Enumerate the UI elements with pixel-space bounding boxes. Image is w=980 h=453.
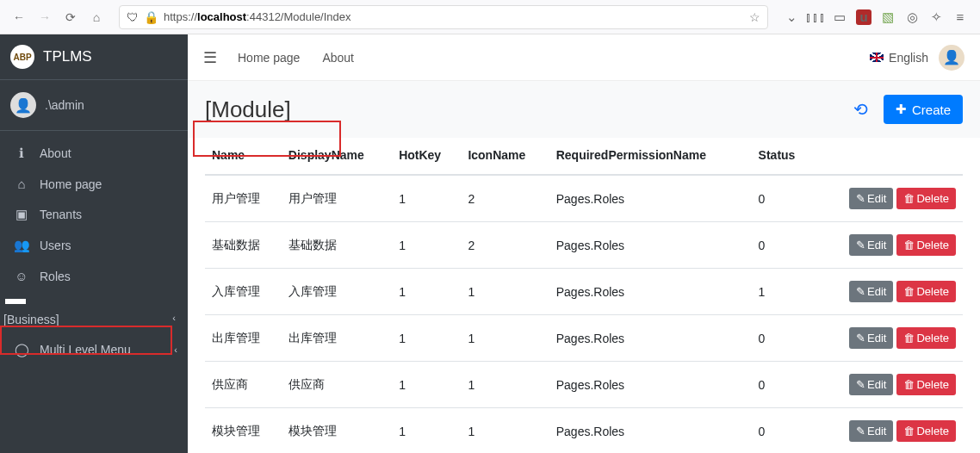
sidebar-item-roles[interactable]: ☺ Roles	[0, 261, 188, 291]
cell-iconname: 1	[461, 315, 549, 362]
plus-icon: ✚	[896, 102, 907, 117]
cell-actions: ✎Edit🗑Delete	[814, 269, 963, 315]
sidebar-item-tenants[interactable]: ▣ Tenants	[0, 199, 188, 230]
back-button[interactable]: ←	[7, 5, 31, 29]
trash-icon: 🗑	[903, 285, 915, 298]
sidebar-item-label: [Business]	[3, 313, 59, 326]
account-icon[interactable]: ◎	[904, 9, 920, 25]
pencil-icon: ✎	[856, 378, 865, 391]
pencil-icon: ✎	[856, 285, 865, 298]
cell-status: 0	[752, 175, 815, 222]
cell-actions: ✎Edit🗑Delete	[814, 175, 963, 222]
library-icon[interactable]: ⫿⫿⫿	[808, 9, 823, 25]
col-name[interactable]: Name	[205, 138, 282, 175]
edit-label: Edit	[867, 425, 886, 437]
ublock-icon[interactable]: u	[856, 9, 871, 25]
cell-hotkey: 1	[392, 362, 461, 408]
browser-extensions: ⌄ ⫿⫿⫿ ▭ u ▧ ◎ ✧ ≡	[778, 9, 973, 25]
bookmark-star-icon[interactable]: ☆	[749, 10, 760, 24]
col-iconname[interactable]: IconName	[461, 138, 549, 175]
sidebar-item-about[interactable]: ℹ About	[0, 138, 188, 169]
reader-icon[interactable]: ▭	[832, 9, 847, 25]
chevron-left-icon: ‹	[174, 344, 177, 355]
edit-button[interactable]: ✎Edit	[849, 327, 893, 349]
lock-icon: 🔒	[144, 10, 158, 24]
sidebar-item-users[interactable]: 👥 Users	[0, 230, 188, 261]
refresh-icon[interactable]: ⟲	[853, 99, 868, 120]
sidebar: ABP TPLMS 👤 .\admin ℹ About ⌂ Home page …	[0, 34, 188, 453]
menu-icon[interactable]: ≡	[952, 9, 968, 25]
shield-icon: 🛡	[127, 10, 139, 24]
sidebar-item-label: Roles	[40, 270, 71, 283]
delete-button[interactable]: 🗑Delete	[896, 281, 956, 302]
col-permission[interactable]: RequiredPermissionName	[549, 138, 752, 175]
topbar-links: Home page About	[238, 51, 354, 65]
cell-permission: Pages.Roles	[549, 362, 752, 408]
cell-status: 0	[752, 315, 815, 362]
edit-button[interactable]: ✎Edit	[849, 281, 893, 302]
url-text: https://localhost:44312/Module/Index	[164, 10, 744, 23]
brand-row[interactable]: ABP TPLMS	[0, 34, 188, 80]
delete-button[interactable]: 🗑Delete	[896, 327, 956, 349]
cell-actions: ✎Edit🗑Delete	[814, 408, 963, 454]
sidebar-item-home[interactable]: ⌂ Home page	[0, 169, 188, 199]
table-row: 基础数据基础数据12Pages.Roles0✎Edit🗑Delete	[205, 222, 963, 269]
topbar-about-link[interactable]: About	[322, 51, 354, 65]
home-button[interactable]: ⌂	[84, 5, 109, 29]
mask-icon: ☺	[14, 269, 29, 283]
reload-button[interactable]: ⟳	[59, 5, 83, 29]
building-icon: ▣	[14, 207, 29, 222]
extensions-icon[interactable]: ✧	[928, 9, 944, 25]
pencil-icon: ✎	[856, 192, 865, 205]
brand-logo-icon: ABP	[10, 45, 34, 69]
topbar-home-link[interactable]: Home page	[238, 51, 300, 65]
sidebar-item-multi-level[interactable]: ◯ Multi Level Menu ‹	[0, 334, 188, 365]
forward-button[interactable]: →	[33, 5, 57, 29]
edit-button[interactable]: ✎Edit	[849, 420, 893, 442]
green-extension-icon[interactable]: ▧	[880, 9, 896, 25]
url-bar[interactable]: 🛡 🔒 https://localhost:44312/Module/Index…	[119, 5, 768, 29]
delete-button[interactable]: 🗑Delete	[896, 374, 956, 395]
create-button[interactable]: ✚ Create	[884, 95, 963, 124]
cell-actions: ✎Edit🗑Delete	[814, 362, 963, 408]
sidebar-nav: ℹ About ⌂ Home page ▣ Tenants 👥 Users ☺ …	[0, 131, 188, 372]
sidebar-item-label: Tenants	[40, 208, 82, 221]
cell-name: 基础数据	[205, 222, 282, 269]
cell-iconname: 1	[461, 362, 549, 408]
sidebar-user-row[interactable]: 👤 .\admin	[0, 80, 188, 131]
delete-button[interactable]: 🗑Delete	[896, 420, 956, 442]
edit-label: Edit	[867, 378, 886, 391]
sidebar-item-business[interactable]: [Business] ‹	[0, 291, 188, 334]
browser-toolbar: ← → ⟳ ⌂ 🛡 🔒 https://localhost:44312/Modu…	[0, 0, 980, 34]
business-bar-icon	[5, 299, 26, 304]
edit-button[interactable]: ✎Edit	[849, 374, 893, 395]
cell-hotkey: 1	[392, 408, 461, 454]
col-status[interactable]: Status	[752, 138, 815, 175]
edit-label: Edit	[867, 239, 886, 251]
trash-icon: 🗑	[903, 378, 915, 391]
table-header-row: Name DisplayName HotKey IconName Require…	[205, 138, 963, 175]
page-title: [Module]	[205, 96, 291, 123]
sidebar-item-label: Multi Level Menu	[40, 343, 131, 357]
delete-label: Delete	[916, 285, 949, 298]
col-hotkey[interactable]: HotKey	[392, 138, 461, 175]
cell-iconname: 2	[461, 222, 549, 269]
language-selector[interactable]: English	[870, 51, 928, 65]
table-row: 用户管理用户管理12Pages.Roles0✎Edit🗑Delete	[205, 175, 963, 222]
pocket-icon[interactable]: ⌄	[784, 9, 799, 25]
pencil-icon: ✎	[856, 332, 865, 344]
circle-icon: ◯	[14, 342, 29, 357]
edit-button[interactable]: ✎Edit	[849, 234, 893, 256]
cell-actions: ✎Edit🗑Delete	[814, 222, 963, 269]
edit-button[interactable]: ✎Edit	[849, 188, 893, 209]
menu-toggle-icon[interactable]: ☰	[203, 48, 217, 67]
users-icon: 👥	[14, 238, 29, 253]
table-container: Name DisplayName HotKey IconName Require…	[188, 138, 980, 453]
delete-button[interactable]: 🗑Delete	[896, 188, 956, 209]
col-displayname[interactable]: DisplayName	[282, 138, 392, 175]
topbar-avatar[interactable]: 👤	[939, 45, 964, 71]
cell-displayname: 用户管理	[282, 175, 392, 222]
delete-button[interactable]: 🗑Delete	[896, 234, 956, 256]
edit-label: Edit	[867, 192, 886, 205]
cell-hotkey: 1	[392, 175, 461, 222]
